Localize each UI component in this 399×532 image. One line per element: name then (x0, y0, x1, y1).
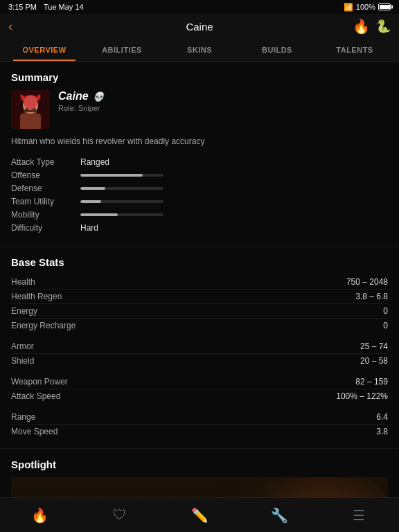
shield-icon: 🛡 (113, 507, 127, 523)
stat-row: Energy 0 (11, 304, 388, 319)
stat-name: Health (11, 277, 35, 287)
stat-row-offense: Offense (11, 170, 388, 180)
stat-bar-container (80, 213, 163, 216)
stat-label: Mobility (11, 210, 80, 220)
header: ‹ Caine 🔥 🐍 (0, 14, 399, 39)
battery-icon (378, 3, 391, 10)
bottom-nav-settings[interactable]: 🔧 (240, 498, 319, 532)
stat-row: Range 6.4 (11, 410, 388, 425)
header-title: Caine (186, 21, 213, 33)
stat-bar-container (80, 200, 163, 203)
stat-name: Energy Recharge (11, 321, 76, 330)
stat-row: Shield 20 – 58 (11, 354, 388, 368)
tab-builds[interactable]: BUILDS (238, 39, 316, 61)
viper-icon[interactable]: 🐍 (375, 19, 391, 34)
hero-name: Caine (58, 90, 89, 103)
stat-row-defense: Defense (11, 184, 388, 193)
status-date: Tue May 14 (44, 3, 84, 11)
pencil-icon: ✏️ (191, 507, 209, 524)
stat-bar (80, 213, 118, 216)
stat-val: 3.8 (376, 427, 388, 436)
stat-row: Health 750 – 2048 (11, 275, 388, 290)
status-time: 3:15 PM (8, 3, 37, 11)
tab-abilities[interactable]: ABILITIES (83, 39, 161, 61)
avatar-svg (11, 90, 50, 129)
stat-val: 25 – 74 (360, 342, 388, 351)
stat-bar (80, 200, 101, 203)
stat-val: 0 (383, 321, 388, 330)
stat-label: Team Utility (11, 197, 80, 206)
stat-bar-container (80, 187, 163, 190)
stat-label: Offense (11, 170, 80, 180)
hero-summary: Caine 💀 Role: Sniper (11, 90, 388, 129)
stat-row: Move Speed 3.8 (11, 425, 388, 438)
stat-row-attacktype: Attack Type Ranged (11, 157, 388, 167)
stat-label: Difficulty (11, 223, 80, 233)
battery-percent: 100% (356, 3, 375, 11)
stat-bar-container (80, 174, 163, 177)
stat-group-4: Range 6.4 Move Speed 3.8 (11, 410, 388, 438)
tab-overview[interactable]: OVERVIEW (6, 39, 83, 61)
stat-group-3: Weapon Power 82 – 159 Attack Speed 100% … (11, 375, 388, 403)
stat-group-2: Armor 25 – 74 Shield 20 – 58 (11, 339, 388, 368)
bottom-nav: 🔥 🛡 ✏️ 🔧 ☰ (0, 497, 399, 532)
svg-rect-1 (24, 112, 37, 129)
svg-point-5 (33, 104, 35, 107)
stat-label: Attack Type (11, 157, 80, 167)
content: Summary (0, 62, 399, 532)
stat-bar (80, 187, 105, 190)
bottom-nav-tools[interactable]: ✏️ (159, 498, 239, 532)
stat-val: 0 (383, 306, 388, 316)
stat-row: Weapon Power 82 – 159 (11, 375, 388, 389)
stat-row: Health Regen 3.8 – 6.8 (11, 290, 388, 304)
stat-name: Armor (11, 342, 34, 351)
stat-name: Energy (11, 306, 37, 316)
stat-val: 750 – 2048 (346, 277, 388, 287)
stat-label: Defense (11, 184, 80, 193)
avatar-image (11, 90, 50, 129)
wifi-icon: 📶 (344, 3, 353, 12)
tab-skins[interactable]: SKINS (161, 39, 238, 61)
bottom-nav-shield[interactable]: 🛡 (80, 498, 159, 532)
stats-table: Attack Type Ranged Offense Defense Team … (11, 157, 388, 233)
summary-title: Summary (11, 71, 388, 83)
tab-talents[interactable]: TALENTS (316, 39, 393, 61)
status-bar: 3:15 PM Tue May 14 📶 100% (0, 0, 399, 14)
stat-name: Shield (11, 356, 34, 366)
stat-row-difficulty: Difficulty Hard (11, 223, 388, 233)
stat-group-1: Health 750 – 2048 Health Regen 3.8 – 6.8… (11, 275, 388, 332)
svg-point-3 (23, 95, 38, 105)
stat-row: Attack Speed 100% – 122% (11, 389, 388, 403)
flame-icon[interactable]: 🔥 (353, 18, 370, 35)
base-stats-title: Base Stats (11, 256, 388, 268)
stat-bar (80, 174, 143, 177)
stat-name: Attack Speed (11, 391, 60, 401)
menu-icon: ☰ (353, 507, 365, 524)
base-stats-section: Base Stats Health 750 – 2048 Health Rege… (0, 247, 399, 449)
stat-val: 6.4 (376, 412, 388, 422)
wrench-icon: 🔧 (271, 507, 288, 524)
stat-row: Armor 25 – 74 (11, 339, 388, 354)
hero-description: Hitman who wields his revolver with dead… (11, 136, 388, 148)
hero-info: Caine 💀 Role: Sniper (58, 90, 388, 112)
header-icons: 🔥 🐍 (353, 18, 391, 35)
stat-value: Ranged (80, 157, 109, 167)
stat-val: 82 – 159 (355, 377, 388, 387)
stat-name: Range (11, 412, 35, 422)
stat-name: Move Speed (11, 427, 57, 436)
hero-name-row: Caine 💀 (58, 90, 388, 103)
stat-val: 100% – 122% (336, 391, 388, 401)
svg-point-4 (26, 104, 28, 107)
stat-name: Health Regen (11, 292, 62, 301)
bottom-nav-menu[interactable]: ☰ (319, 498, 399, 532)
skull-icon: 💀 (93, 91, 104, 102)
hero-role: Role: Sniper (58, 104, 388, 112)
spotlight-title: Spotlight (11, 459, 388, 470)
back-button[interactable]: ‹ (8, 19, 12, 34)
stat-row-teamutility: Team Utility (11, 197, 388, 206)
nav-tabs: OVERVIEW ABILITIES SKINS BUILDS TALENTS (0, 39, 399, 62)
stat-val: 3.8 – 6.8 (355, 292, 388, 301)
stat-row: Energy Recharge 0 (11, 319, 388, 332)
stat-name: Weapon Power (11, 377, 68, 387)
bottom-nav-heroes[interactable]: 🔥 (0, 498, 80, 532)
